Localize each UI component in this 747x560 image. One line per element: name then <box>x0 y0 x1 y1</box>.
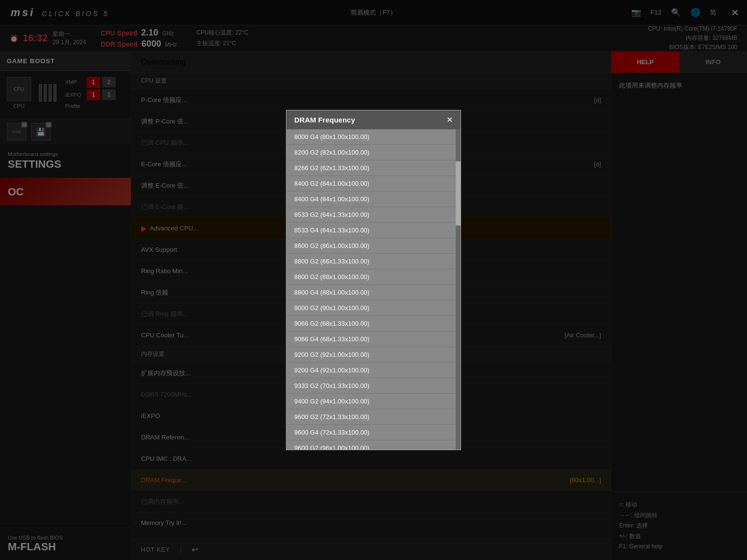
list-item[interactable]: 8266 G2 (62x1.33x100.00) <box>286 160 461 176</box>
list-item[interactable]: 8800 G2 (66x1.33x100.00) <box>286 254 461 269</box>
modal-list: 8000 G4 (80x1.00x100.00)8200 G2 (82x1.00… <box>286 129 461 450</box>
list-item[interactable]: 9066 G4 (68x1.33x100.00) <box>286 332 461 347</box>
list-item[interactable]: 8000 G4 (80x1.00x100.00) <box>286 129 461 145</box>
modal-scrollbar[interactable] <box>456 129 461 450</box>
modal-overlay: DRAM Frequency ✕ 8000 G4 (80x1.00x100.00… <box>0 0 747 560</box>
modal-list-wrapper: 8000 G4 (80x1.00x100.00)8200 G2 (82x1.00… <box>286 129 461 450</box>
list-item[interactable]: 8200 G2 (82x1.00x100.00) <box>286 145 461 160</box>
modal-scroll-thumb[interactable] <box>456 161 461 226</box>
list-item[interactable]: 9600 G2 (72x1.33x100.00) <box>286 409 461 425</box>
list-item[interactable]: 9200 G4 (92x1.00x100.00) <box>286 363 461 378</box>
dram-frequency-modal: DRAM Frequency ✕ 8000 G4 (80x1.00x100.00… <box>286 110 461 450</box>
list-item[interactable]: 9200 G2 (92x1.00x100.00) <box>286 347 461 363</box>
list-item[interactable]: 8400 G4 (84x1.00x100.00) <box>286 192 461 207</box>
list-item[interactable]: 8533 G2 (64x1.33x100.00) <box>286 207 461 223</box>
list-item[interactable]: 8533 G4 (64x1.33x100.00) <box>286 223 461 238</box>
list-item[interactable]: 9333 G2 (70x1.33x100.00) <box>286 378 461 394</box>
list-item[interactable]: 9600 G2 (96x1.00x100.00) <box>286 440 461 450</box>
list-item[interactable]: 8400 G2 (84x1.00x100.00) <box>286 176 461 192</box>
list-item[interactable]: 8800 G2 (88x1.00x100.00) <box>286 269 461 285</box>
modal-header: DRAM Frequency ✕ <box>286 110 461 129</box>
list-item[interactable]: 8600 G2 (86x1.00x100.00) <box>286 238 461 254</box>
list-item[interactable]: 8800 G4 (88x1.00x100.00) <box>286 285 461 300</box>
list-item[interactable]: 9000 G2 (90x1.00x100.00) <box>286 300 461 316</box>
list-item[interactable]: 9600 G4 (72x1.33x100.00) <box>286 425 461 440</box>
modal-close-button[interactable]: ✕ <box>446 115 453 124</box>
list-item[interactable]: 9400 G2 (94x1.00x100.00) <box>286 394 461 409</box>
modal-title: DRAM Frequency <box>294 116 355 124</box>
list-item[interactable]: 9066 G2 (68x1.33x100.00) <box>286 316 461 332</box>
